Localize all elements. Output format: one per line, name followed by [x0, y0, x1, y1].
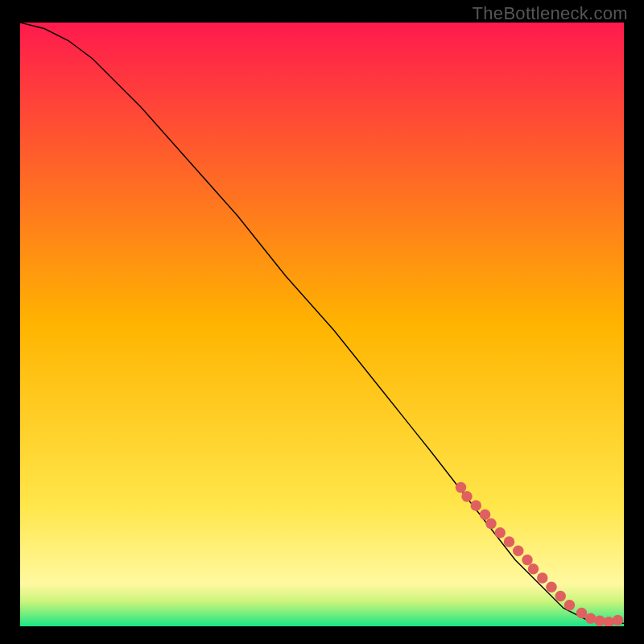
- scatter-dot: [528, 564, 539, 575]
- scatter-dot: [522, 555, 533, 566]
- scatter-dot: [576, 608, 588, 619]
- scatter-dot: [461, 491, 473, 502]
- scatter-dot: [546, 582, 557, 593]
- scatter-dot: [513, 546, 524, 557]
- scatter-dot: [564, 600, 576, 611]
- scatter-dot: [555, 591, 567, 602]
- scatter-dot: [485, 518, 497, 530]
- chart-frame: TheBottleneck.com: [0, 0, 644, 644]
- scatter-dot: [471, 500, 482, 511]
- scatter-dot: [495, 527, 506, 539]
- plot-background: [20, 23, 624, 626]
- chart-plot: [20, 23, 624, 626]
- scatter-dot: [504, 536, 515, 547]
- watermark-text: TheBottleneck.com: [473, 3, 628, 24]
- scatter-dot: [613, 615, 624, 626]
- scatter-dot: [537, 572, 548, 584]
- scatter-dot: [480, 510, 491, 521]
- scatter-dot: [456, 482, 467, 493]
